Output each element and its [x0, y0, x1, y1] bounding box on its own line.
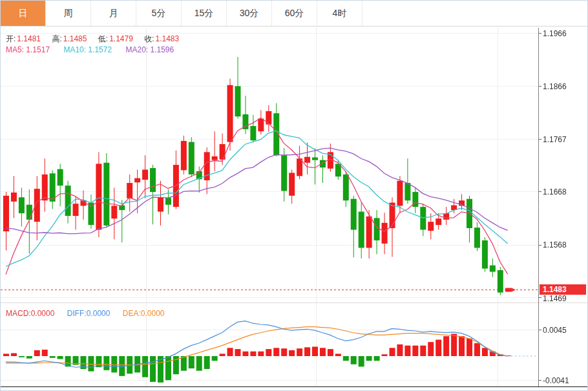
- macd-tick-neg: -0.0041: [543, 376, 569, 385]
- y-tick-1-1469: 1.1469: [543, 294, 567, 303]
- macd-readout: MACD:0.0000 DIFF:0.0000 DEA:0.0000: [6, 309, 164, 318]
- chart-area: 开:1.1481 高:1.1485 低:1.1479 收:1.1483 MA5:…: [1, 26, 587, 390]
- ohlc-readout: 开:1.1481 高:1.1485 低:1.1479 收:1.1483: [6, 34, 188, 45]
- y-tick-1-1668: 1.1668: [543, 187, 567, 196]
- tab-5min[interactable]: 5分: [136, 1, 182, 26]
- candlestick-macd-canvas[interactable]: [1, 26, 587, 390]
- low-value: 1.1479: [109, 34, 133, 43]
- ma5-label: MA5:: [6, 45, 24, 54]
- dea-value: 0.0000: [141, 309, 165, 318]
- open-label: 开:: [6, 34, 16, 43]
- tab-bar-filler: [362, 1, 587, 26]
- y-tick-1-1966: 1.1966: [543, 29, 567, 38]
- tab-month[interactable]: 月: [91, 1, 136, 26]
- macd-tick-pos: 0.0045: [543, 326, 567, 335]
- open-value: 1.1481: [17, 34, 41, 43]
- close-value: 1.1483: [156, 34, 180, 43]
- ma10-label: MA10:: [63, 45, 86, 54]
- tab-day[interactable]: 日: [1, 1, 46, 26]
- y-tick-1-1866: 1.1866: [543, 82, 567, 91]
- ma5-value: 1.1517: [26, 45, 50, 54]
- timeframe-tab-bar: 日 周 月 5分 15分 30分 60分 4时: [1, 1, 587, 26]
- chart-window: 日 周 月 5分 15分 30分 60分 4时 开:1.1481 高:1.148…: [0, 0, 588, 391]
- high-label: 高:: [52, 34, 61, 43]
- current-price-badge: 1.1483: [540, 284, 586, 295]
- macd-label: MACD:: [6, 309, 31, 318]
- y-tick-1-1568: 1.1568: [543, 240, 567, 249]
- tab-15min[interactable]: 15分: [182, 1, 227, 26]
- tab-30min[interactable]: 30分: [227, 1, 272, 26]
- macd-value: 0.0000: [31, 309, 55, 318]
- ma-readout: MA5: 1.1517 MA10: 1.1572 MA20: 1.1596: [6, 45, 174, 54]
- y-tick-1-1767: 1.1767: [543, 135, 567, 144]
- ma10-value: 1.1572: [88, 45, 112, 54]
- diff-value: 0.0000: [87, 309, 110, 318]
- ma20-label: MA20:: [125, 45, 148, 54]
- high-value: 1.1485: [63, 34, 87, 43]
- tab-60min[interactable]: 60分: [272, 1, 317, 26]
- diff-label: DIFF:: [67, 309, 87, 318]
- low-label: 低:: [98, 34, 108, 43]
- dea-label: DEA:: [123, 309, 141, 318]
- tab-4hour[interactable]: 4时: [317, 1, 362, 26]
- ma20-value: 1.1596: [151, 45, 174, 54]
- close-label: 收:: [144, 34, 154, 43]
- tab-week[interactable]: 周: [46, 1, 91, 26]
